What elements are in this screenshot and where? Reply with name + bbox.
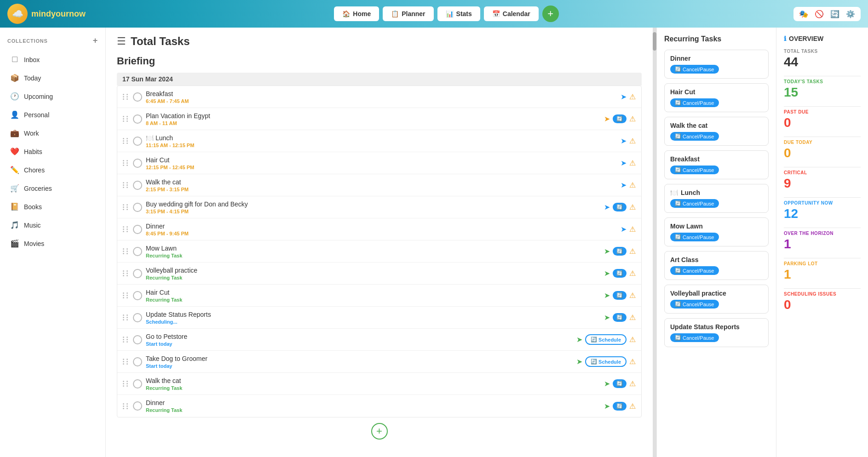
forward-arrow-icon[interactable]: ➤	[621, 181, 627, 189]
forward-arrow-icon[interactable]: ➤	[604, 313, 610, 322]
task-actions: ➤ 🔄 ⚠	[604, 247, 636, 256]
task-checkbox[interactable]	[133, 401, 142, 411]
task-time: 11:15 AM - 12:15 PM	[146, 143, 617, 148]
cancel-pause-button[interactable]: 🔄 Cancel/Pause	[670, 132, 719, 141]
toggle-button[interactable]: 🔄	[613, 269, 627, 278]
cancel-pause-button[interactable]: 🔄 Cancel/Pause	[670, 266, 719, 275]
forward-arrow-icon[interactable]: ➤	[621, 225, 627, 234]
cancel-pause-button[interactable]: 🔄 Cancel/Pause	[670, 333, 719, 342]
nav-stats[interactable]: 📊 Stats	[437, 6, 480, 21]
drag-handle[interactable]	[123, 160, 129, 166]
task-checkbox[interactable]	[133, 379, 142, 388]
toggle-icon: 🔄	[616, 403, 623, 409]
drag-handle[interactable]	[123, 116, 129, 122]
cancel-pause-button[interactable]: 🔄 Cancel/Pause	[670, 98, 719, 107]
sidebar-item-personal[interactable]: 👤 Personal	[3, 106, 103, 124]
drag-handle[interactable]	[123, 381, 129, 387]
cancel-pause-button[interactable]: 🔄 Cancel/Pause	[670, 65, 719, 74]
scrollbar-thumb[interactable]	[653, 32, 656, 51]
drag-handle[interactable]	[123, 337, 129, 343]
sidebar-item-books[interactable]: 📔 Books	[3, 198, 103, 216]
drag-handle[interactable]	[123, 94, 129, 100]
sidebar-item-groceries[interactable]: 🛒 Groceries	[3, 179, 103, 197]
toggle-button[interactable]: 🔄	[613, 203, 627, 211]
sidebar-item-today[interactable]: 📦 Today	[3, 69, 103, 87]
task-checkbox[interactable]	[133, 247, 142, 256]
task-checkbox[interactable]	[133, 92, 142, 102]
forward-arrow-icon[interactable]: ➤	[604, 203, 610, 211]
task-checkbox[interactable]	[133, 357, 142, 366]
forward-arrow-icon[interactable]: ➤	[604, 402, 610, 411]
task-checkbox[interactable]	[133, 181, 142, 190]
sidebar-item-habits[interactable]: ❤️ Habits	[3, 143, 103, 160]
drag-handle[interactable]	[123, 359, 129, 365]
drag-handle[interactable]	[123, 204, 129, 210]
forward-arrow-icon[interactable]: ➤	[604, 247, 610, 256]
toggle-button[interactable]: 🔄	[613, 379, 627, 388]
drag-handle[interactable]	[123, 314, 129, 320]
schedule-button[interactable]: 🔄 Schedule	[585, 334, 627, 345]
forward-arrow-icon[interactable]: ➤	[604, 114, 610, 123]
forward-arrow-icon[interactable]: ➤	[576, 357, 582, 366]
cancel-pause-button[interactable]: 🔄 Cancel/Pause	[670, 199, 719, 208]
schedule-button[interactable]: 🔄 Schedule	[585, 356, 627, 367]
add-task-area[interactable]: +	[117, 417, 642, 445]
toggle-button[interactable]: 🔄	[613, 291, 627, 300]
mask-icon[interactable]: 🎭	[799, 10, 808, 18]
refresh-icon[interactable]: 🔄	[830, 10, 839, 18]
forward-arrow-icon[interactable]: ➤	[576, 335, 582, 344]
sidebar-item-work[interactable]: 💼 Work	[3, 124, 103, 142]
cancel-pause-button[interactable]: 🔄 Cancel/Pause	[670, 166, 719, 174]
drag-handle[interactable]	[123, 248, 129, 254]
toggle-button[interactable]: 🔄	[613, 313, 627, 322]
nav-calendar[interactable]: 📅 Calendar	[484, 6, 539, 21]
drag-handle[interactable]	[123, 403, 129, 409]
header-actions: 🎭 🚫 🔄 ⚙️	[793, 7, 861, 21]
task-checkbox[interactable]	[133, 203, 142, 212]
forward-arrow-icon[interactable]: ➤	[621, 92, 627, 101]
drag-handle[interactable]	[123, 138, 129, 144]
stat-label: TODAY'S TASKS	[784, 79, 861, 84]
task-checkbox[interactable]	[133, 114, 142, 124]
task-checkbox[interactable]	[133, 313, 142, 322]
drag-handle[interactable]	[123, 292, 129, 298]
task-checkbox[interactable]	[133, 269, 142, 278]
sidebar-item-upcoming[interactable]: 🕐 Upcoming	[3, 87, 103, 105]
task-checkbox[interactable]	[133, 159, 142, 168]
forward-arrow-icon[interactable]: ➤	[604, 379, 610, 388]
hide-icon[interactable]: 🚫	[815, 10, 824, 18]
forward-arrow-icon[interactable]: ➤	[621, 159, 627, 167]
toggle-button[interactable]: 🔄	[613, 402, 627, 411]
task-info: Plan Vacation in Egypt 8 AM - 11 AM	[146, 112, 600, 126]
sidebar-item-music[interactable]: 🎵 Music	[3, 216, 103, 234]
nav-planner[interactable]: 📋 Planner	[383, 6, 433, 21]
drag-handle[interactable]	[123, 182, 129, 188]
task-checkbox[interactable]	[133, 225, 142, 234]
cancel-pause-button[interactable]: 🔄 Cancel/Pause	[670, 300, 719, 308]
task-name: Go to Petstore	[146, 333, 573, 340]
drag-handle[interactable]	[123, 270, 129, 276]
forward-arrow-icon[interactable]: ➤	[621, 137, 627, 145]
forward-arrow-icon[interactable]: ➤	[604, 269, 610, 278]
settings-icon[interactable]: ⚙️	[846, 10, 855, 18]
cancel-pause-button[interactable]: 🔄 Cancel/Pause	[670, 233, 719, 241]
sidebar-item-chores[interactable]: ✏️ Chores	[3, 161, 103, 179]
add-button[interactable]: +	[542, 6, 559, 22]
task-info: Breakfast 6:45 AM - 7:45 AM	[146, 90, 617, 104]
task-info: Hair Cut 12:15 PM - 12:45 PM	[146, 156, 617, 170]
add-collection-button[interactable]: +	[93, 36, 98, 46]
nav-home[interactable]: 🏠 Home	[334, 6, 379, 21]
toggle-button[interactable]: 🔄	[613, 247, 627, 256]
task-checkbox[interactable]	[133, 137, 142, 146]
task-actions: ➤ 🔄 ⚠	[604, 269, 636, 278]
task-checkbox[interactable]	[133, 335, 142, 344]
forward-arrow-icon[interactable]: ➤	[604, 291, 610, 300]
add-task-button[interactable]: +	[371, 423, 388, 440]
task-checkbox[interactable]	[133, 291, 142, 300]
drag-handle[interactable]	[123, 226, 129, 232]
toggle-button[interactable]: 🔄	[613, 114, 627, 123]
sidebar-item-inbox[interactable]: ☐ Inbox	[3, 51, 103, 69]
sidebar-item-movies[interactable]: 🎬 Movies	[3, 234, 103, 252]
scrollbar[interactable]	[653, 28, 656, 457]
table-row: 🍽️ Lunch 11:15 AM - 12:15 PM ➤ ⚠	[117, 130, 641, 152]
